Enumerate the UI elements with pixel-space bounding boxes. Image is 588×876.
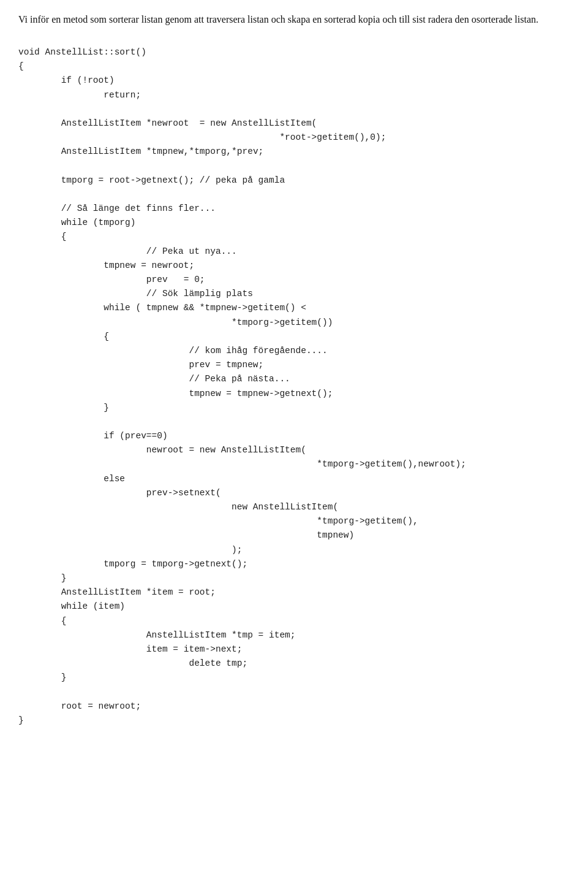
code-content: void AnstellList::sort() { if (!root) re…: [18, 45, 570, 728]
intro-paragraph: Vi inför en metod som sorterar listan ge…: [18, 12, 570, 27]
